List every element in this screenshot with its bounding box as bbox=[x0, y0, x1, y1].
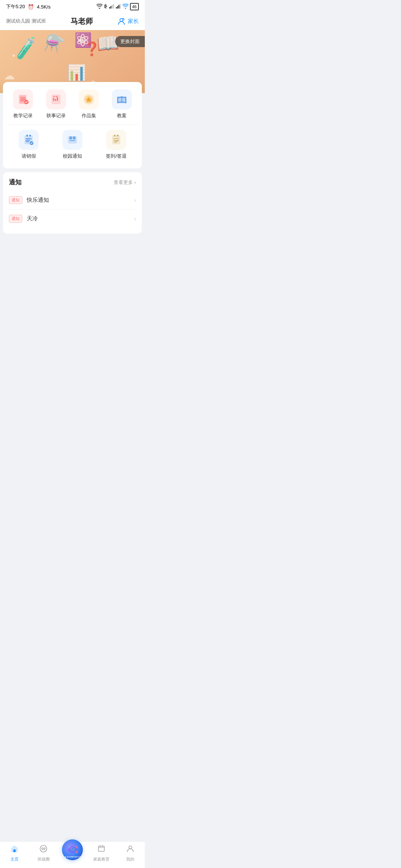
notifications-header: 通知 查看更多 › bbox=[9, 178, 136, 187]
teaching-record-icon bbox=[13, 89, 33, 109]
svg-rect-0 bbox=[109, 7, 110, 9]
actions-row-2: 请销假 校园通知 bbox=[7, 130, 138, 160]
alarm-icon: ⏰ bbox=[28, 4, 34, 10]
role-label: 家长 bbox=[128, 18, 139, 25]
question-doodle: ❓ bbox=[84, 41, 100, 57]
lesson-plan-label: 教案 bbox=[117, 112, 127, 119]
svg-rect-15 bbox=[56, 96, 58, 97]
svg-rect-16 bbox=[53, 98, 54, 101]
row-divider bbox=[7, 124, 138, 125]
status-time: 下午5:20 bbox=[6, 3, 25, 10]
bluetooth-icon bbox=[104, 3, 108, 10]
portfolio-item[interactable]: 作品集 bbox=[76, 89, 102, 119]
actions-row-1: 教学记录 轶事记录 bbox=[7, 89, 138, 119]
teacher-name: 马老师 bbox=[71, 16, 93, 26]
flask-doodle: ⚗️ bbox=[43, 32, 66, 54]
leave-request-label: 请销假 bbox=[22, 153, 36, 160]
status-bar: 下午5:20 ⏰ 4.5K/s bbox=[0, 0, 145, 13]
wifi-icon bbox=[97, 4, 102, 10]
svg-rect-6 bbox=[118, 5, 120, 9]
see-more-button[interactable]: 查看更多 › bbox=[114, 179, 136, 186]
chevron-right-icon: › bbox=[134, 180, 136, 185]
battery-indicator: 46 bbox=[130, 3, 139, 10]
network-speed: 4.5K/s bbox=[37, 4, 50, 10]
org-name: 测试幼儿园 测试班 bbox=[6, 18, 46, 24]
signal-icon-1 bbox=[109, 4, 114, 10]
campus-notice-item[interactable]: 校园通知 bbox=[59, 130, 85, 160]
svg-rect-18 bbox=[57, 97, 58, 101]
notifications-section: 通知 查看更多 › 通知 快乐通知 › 通知 天冷 › bbox=[3, 172, 142, 234]
svg-rect-7 bbox=[120, 4, 121, 9]
svg-rect-32 bbox=[112, 135, 120, 144]
leave-request-icon bbox=[19, 130, 39, 150]
anecdote-record-item[interactable]: 轶事记录 bbox=[43, 89, 69, 119]
checkin-label: 签到/签退 bbox=[106, 153, 127, 160]
checkin-item[interactable]: 签到/签退 bbox=[103, 130, 129, 160]
teaching-record-item[interactable]: 教学记录 bbox=[10, 89, 36, 119]
cloud-top: ☁ bbox=[76, 34, 85, 44]
portfolio-icon bbox=[79, 89, 99, 109]
leave-request-item[interactable]: 请销假 bbox=[16, 130, 42, 160]
see-more-label: 查看更多 bbox=[114, 179, 133, 186]
status-right: 46 bbox=[97, 3, 139, 10]
lesson-plan-icon bbox=[112, 89, 132, 109]
svg-rect-1 bbox=[110, 6, 111, 9]
anecdote-record-icon bbox=[46, 89, 66, 109]
star-doodle-1: ✦ bbox=[11, 52, 16, 59]
org-class-info: 测试幼儿园 测试班 bbox=[6, 18, 46, 24]
svg-rect-14 bbox=[53, 96, 55, 97]
svg-rect-24 bbox=[26, 135, 28, 137]
svg-rect-3 bbox=[113, 4, 114, 9]
notif-chevron-1: › bbox=[134, 197, 136, 204]
teaching-record-label: 教学记录 bbox=[13, 112, 33, 119]
role-switcher[interactable]: 家长 bbox=[117, 17, 139, 26]
app-header: 测试幼儿园 测试班 马老师 家长 bbox=[0, 13, 145, 30]
quick-actions-card: 教学记录 轶事记录 bbox=[3, 82, 142, 168]
notification-item-1[interactable]: 通知 快乐通知 › bbox=[9, 191, 136, 210]
svg-rect-27 bbox=[68, 136, 77, 144]
svg-rect-25 bbox=[29, 135, 31, 137]
notification-item-2[interactable]: 通知 天冷 › bbox=[9, 210, 136, 228]
anecdote-record-label: 轶事记录 bbox=[46, 112, 66, 119]
campus-notice-label: 校园通知 bbox=[63, 153, 82, 160]
notif-title-2: 天冷 bbox=[27, 215, 134, 222]
wifi-icon-2 bbox=[123, 4, 128, 10]
svg-rect-2 bbox=[112, 5, 113, 9]
campus-notice-icon bbox=[62, 130, 82, 150]
beaker-doodle: 🧪 bbox=[13, 36, 39, 61]
notif-title-1: 快乐通知 bbox=[27, 197, 134, 204]
change-cover-button[interactable]: 更换封面 bbox=[115, 36, 145, 47]
lesson-plan-item[interactable]: 教案 bbox=[109, 89, 135, 119]
svg-rect-4 bbox=[116, 7, 117, 9]
signal-icon-2 bbox=[116, 4, 121, 10]
checkin-icon bbox=[106, 130, 126, 150]
svg-rect-33 bbox=[114, 135, 115, 137]
svg-rect-34 bbox=[117, 135, 118, 137]
notif-chevron-2: › bbox=[134, 216, 136, 222]
notifications-title: 通知 bbox=[9, 178, 22, 187]
main-content: 🧪 ⚗️ ⚛️ 📖 ✦ 📊 ❓ ❕ ☁ ☁ ☁ 更换封面 bbox=[0, 30, 145, 267]
person-icon bbox=[117, 17, 125, 26]
svg-rect-5 bbox=[117, 6, 118, 9]
notif-badge-1: 通知 bbox=[9, 196, 22, 204]
svg-rect-17 bbox=[55, 99, 56, 101]
portfolio-label: 作品集 bbox=[82, 112, 96, 119]
status-left: 下午5:20 ⏰ 4.5K/s bbox=[6, 3, 50, 10]
notif-badge-2: 通知 bbox=[9, 215, 22, 223]
